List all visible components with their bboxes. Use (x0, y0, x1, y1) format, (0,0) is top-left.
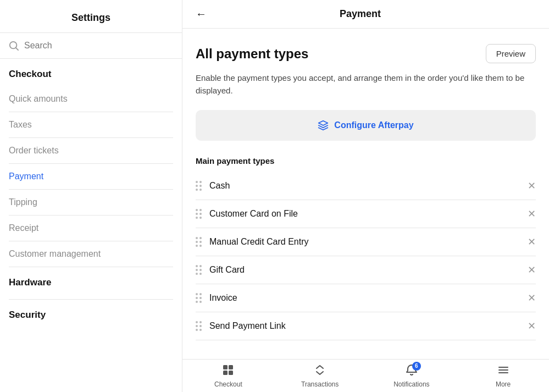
remove-customer-card-button[interactable]: ✕ (528, 209, 536, 219)
search-bar[interactable] (0, 32, 182, 59)
payment-list-item: Gift Card ✕ (196, 256, 536, 284)
sidebar-section-checkout: Checkout (9, 59, 173, 86)
sidebar-item-receipt[interactable]: Receipt (9, 216, 173, 241)
payment-list-item: Invoice ✕ (196, 284, 536, 312)
sidebar-item-payment[interactable]: Payment (9, 164, 173, 190)
sidebar-item-tipping[interactable]: Tipping (9, 190, 173, 216)
nav-more[interactable]: More (457, 360, 549, 392)
svg-rect-2 (223, 365, 228, 369)
sidebar: Settings Checkout Quick amounts Taxes Or… (0, 0, 182, 392)
payment-item-customer-card: Customer Card on File (209, 209, 520, 219)
payment-item-invoice: Invoice (209, 293, 520, 303)
nav-transactions[interactable]: Transactions (274, 360, 366, 392)
bottom-nav: Checkout Transactions (182, 359, 549, 392)
payment-list-item: Send Payment Link ✕ (196, 312, 536, 340)
notification-badge: 6 (412, 362, 421, 371)
svg-line-1 (16, 48, 18, 50)
section-label: Main payment types (196, 156, 536, 165)
drag-handle-gift-card[interactable] (196, 265, 202, 275)
remove-cash-button[interactable]: ✕ (528, 181, 536, 191)
nav-more-label: More (496, 380, 511, 388)
svg-rect-4 (223, 371, 228, 375)
sidebar-item-quick-amounts[interactable]: Quick amounts (9, 86, 173, 112)
remove-send-payment-button[interactable]: ✕ (528, 321, 536, 331)
payment-header-row: All payment types Preview (196, 44, 536, 63)
sidebar-nav: Checkout Quick amounts Taxes Order ticke… (0, 59, 182, 392)
sidebar-section-security: Security (9, 300, 173, 327)
remove-invoice-button[interactable]: ✕ (528, 293, 536, 303)
payment-list-item: Manual Credit Card Entry ✕ (196, 228, 536, 256)
search-input[interactable] (24, 41, 173, 51)
preview-button[interactable]: Preview (486, 44, 536, 63)
svg-rect-3 (229, 365, 233, 369)
drag-handle-customer-card[interactable] (196, 209, 202, 219)
nav-transactions-label: Transactions (301, 380, 339, 388)
configure-afterpay-label: Configure Afterpay (334, 120, 413, 130)
remove-gift-card-button[interactable]: ✕ (528, 265, 536, 275)
notification-wrapper: 6 (406, 364, 418, 379)
back-button[interactable]: ← (196, 8, 207, 20)
sidebar-item-taxes[interactable]: Taxes (9, 112, 173, 138)
drag-handle-send-payment[interactable] (196, 321, 202, 331)
main-content: ← Payment All payment types Preview Enab… (182, 0, 549, 392)
nav-checkout-label: Checkout (214, 380, 242, 388)
drag-handle-invoice[interactable] (196, 293, 202, 303)
svg-rect-5 (229, 371, 233, 375)
configure-afterpay-button[interactable]: Configure Afterpay (196, 110, 536, 141)
arrows-icon (314, 364, 326, 379)
payment-list-item: Customer Card on File ✕ (196, 200, 536, 228)
nav-notifications[interactable]: 6 Notifications (366, 360, 458, 392)
main-header-title: Payment (215, 8, 505, 20)
main-header: ← Payment (182, 0, 549, 29)
remove-manual-credit-button[interactable]: ✕ (528, 237, 536, 247)
sidebar-title: Settings (0, 0, 182, 32)
sidebar-item-customer-management[interactable]: Customer management (9, 241, 173, 267)
sidebar-item-order-tickets[interactable]: Order tickets (9, 138, 173, 164)
grid-icon (222, 364, 234, 379)
search-icon (9, 41, 19, 51)
sidebar-section-hardware: Hardware (9, 267, 173, 295)
payment-item-cash: Cash (209, 181, 520, 191)
payment-list: Cash ✕ Customer Card on File ✕ (196, 172, 536, 340)
payment-description: Enable the payment types you accept, and… (196, 72, 536, 97)
drag-handle-cash[interactable] (196, 181, 202, 191)
afterpay-icon (318, 120, 329, 131)
nav-notifications-label: Notifications (393, 380, 429, 388)
payment-item-gift-card: Gift Card (209, 265, 520, 275)
main-body: All payment types Preview Enable the pay… (182, 29, 549, 359)
nav-checkout[interactable]: Checkout (182, 360, 274, 392)
payment-item-send-payment: Send Payment Link (209, 321, 520, 331)
drag-handle-manual-credit[interactable] (196, 237, 202, 247)
menu-icon (497, 364, 509, 379)
payment-item-manual-credit: Manual Credit Card Entry (209, 237, 520, 247)
page-title: All payment types (196, 46, 308, 62)
payment-list-item: Cash ✕ (196, 172, 536, 200)
